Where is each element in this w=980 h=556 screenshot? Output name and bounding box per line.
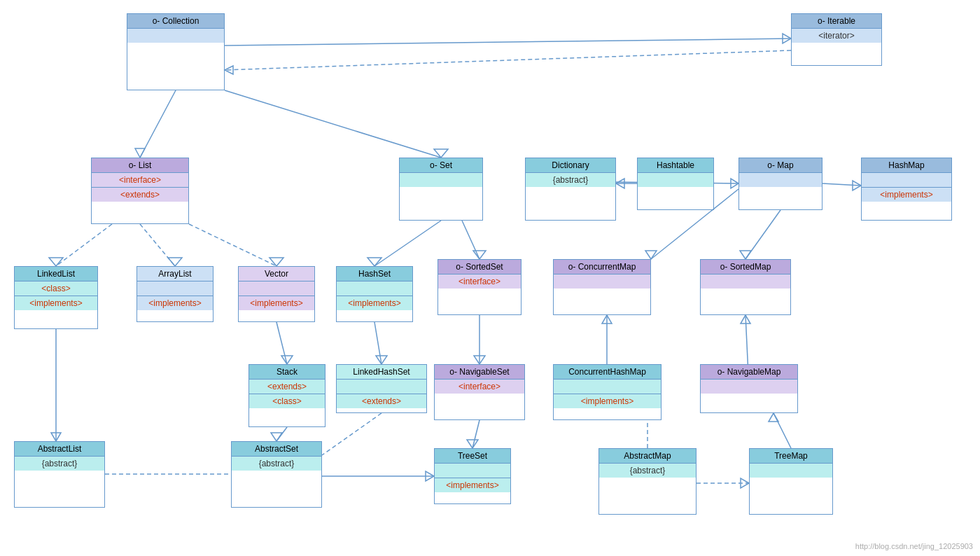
uml-body-treeset [435,464,510,478]
uml-body-treemap [750,464,832,478]
uml-box-sortedmap: o- SortedMap [700,259,791,315]
svg-line-14 [374,221,441,266]
svg-line-10 [189,224,276,266]
uml-body2-hashmap: <implements> [862,187,951,202]
uml-body-navigableset: <interface> [435,380,524,394]
uml-box-dictionary: Dictionary{abstract} [525,158,616,221]
uml-header-treeset: TreeSet [435,449,510,464]
uml-header-arraylist: ArrayList [137,267,213,282]
svg-marker-15 [368,258,382,266]
uml-body-dictionary: {abstract} [526,173,615,187]
svg-line-0 [225,39,791,46]
svg-marker-7 [168,258,182,266]
uml-header-linkedhashset: LinkedHashSet [337,365,426,380]
watermark: http://blog.csdn.net/jing_12025903 [855,542,973,550]
uml-header-collection: o- Collection [127,14,224,29]
svg-marker-36 [853,181,861,190]
svg-marker-29 [271,433,282,441]
uml-box-linkedlist: LinkedList<class><implements> [14,266,98,329]
svg-line-28 [276,427,287,441]
uml-body-map [739,173,822,187]
uml-body-abstractset: {abstract} [232,457,321,471]
uml-box-vector: Vector<implements> [238,266,315,322]
uml-header-abstractmap: AbstractMap [599,449,696,464]
uml-body2-hashset: <implements> [337,296,412,310]
svg-marker-5 [135,148,145,158]
svg-line-20 [472,420,479,448]
svg-line-52 [322,413,382,455]
svg-line-2 [225,50,791,70]
uml-header-concurrenthashmap: ConcurrentHashMap [554,365,661,380]
svg-marker-21 [467,440,478,448]
uml-body-navigablemap [701,380,797,394]
uml-box-hashmap: HashMap<implements> [861,158,952,221]
svg-line-26 [276,322,287,364]
svg-line-35 [822,183,861,186]
uml-body-vector [239,282,314,296]
svg-marker-17 [473,251,486,259]
uml-header-concurrentmap: o- ConcurrentMap [554,260,650,274]
uml-box-stack: Stack<extends><class> [248,364,326,427]
svg-marker-31 [51,433,61,441]
svg-marker-44 [602,315,612,324]
uml-body2-vector: <implements> [239,296,314,310]
svg-marker-40 [645,251,657,259]
uml-header-vector: Vector [239,267,314,282]
uml-body-hashtable [638,173,713,187]
uml-header-linkedlist: LinkedList [15,267,97,282]
svg-marker-42 [616,179,624,188]
svg-marker-34 [731,179,738,188]
uml-box-hashset: HashSet<implements> [336,266,413,322]
uml-body2-linkedhashset: <extends> [337,394,426,408]
svg-marker-13 [434,149,448,158]
svg-marker-19 [474,356,485,364]
uml-header-hashmap: HashMap [862,158,951,173]
svg-marker-25 [376,356,387,364]
uml-body-set [400,173,482,187]
svg-marker-9 [49,258,63,266]
svg-marker-49 [769,413,778,422]
svg-marker-3 [225,66,233,74]
uml-body-stack: <extends> [249,380,325,394]
svg-marker-47 [741,315,750,324]
svg-line-37 [746,210,780,259]
svg-marker-38 [740,251,751,259]
uml-body-collection [127,29,224,43]
uml-header-map: o- Map [739,158,822,173]
uml-body-iterable: <iterator> [792,29,881,43]
uml-body-hashmap [862,173,951,187]
svg-line-4 [140,90,176,158]
svg-marker-51 [741,478,749,488]
uml-body-concurrentmap [554,274,650,289]
uml-box-arraylist: ArrayList<implements> [136,266,214,322]
uml-header-treemap: TreeMap [750,449,832,464]
uml-box-concurrentmap: o- ConcurrentMap [553,259,651,315]
uml-body-arraylist [137,282,213,296]
uml-header-sortedmap: o- SortedMap [701,260,790,274]
uml-box-hashtable: Hashtable [637,158,714,210]
uml-header-iterable: o- Iterable [792,14,881,29]
uml-box-abstractlist: AbstractList{abstract} [14,441,105,508]
uml-box-map: o- Map [738,158,822,210]
uml-body2-treeset: <implements> [435,478,510,492]
svg-line-16 [462,221,479,259]
svg-marker-23 [426,471,434,481]
uml-header-hashset: HashSet [337,267,412,282]
uml-header-abstractlist: AbstractList [15,442,104,457]
svg-line-12 [225,90,441,158]
svg-line-8 [56,224,112,266]
uml-header-navigableset: o- NavigableSet [435,365,524,380]
uml-body-list: <interface> [92,173,188,187]
svg-line-24 [374,322,382,364]
uml-header-sortedset: o- SortedSet [438,260,521,274]
svg-line-48 [774,413,791,448]
uml-body2-stack: <class> [249,394,325,408]
uml-header-dictionary: Dictionary [526,158,615,173]
uml-box-navigablemap: o- NavigableMap [700,364,798,413]
svg-line-6 [140,224,175,266]
uml-body2-arraylist: <implements> [137,296,213,310]
uml-box-abstractmap: AbstractMap{abstract} [598,448,696,515]
uml-body-linkedlist: <class> [15,282,97,296]
uml-header-hashtable: Hashtable [638,158,713,173]
uml-box-abstractset: AbstractSet{abstract} [231,441,322,508]
